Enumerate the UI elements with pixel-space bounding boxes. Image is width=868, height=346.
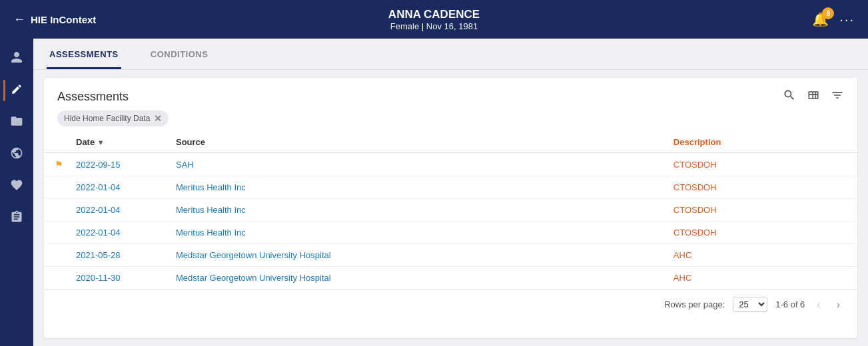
tabs-bar: ASSESSMENTS CONDITIONS bbox=[33, 39, 868, 70]
table-row: 2022-01-04Meritus Health IncCTOSDOH bbox=[44, 222, 857, 244]
description-cell: CTOSDOH bbox=[663, 153, 857, 176]
description-cell: AHC bbox=[663, 267, 857, 289]
sidebar-item-edit[interactable] bbox=[3, 77, 30, 104]
source-cell[interactable]: Meritus Health Inc bbox=[165, 176, 663, 199]
sidebar-item-folder[interactable] bbox=[3, 109, 30, 136]
flag-cell bbox=[44, 267, 65, 289]
tab-assessments[interactable]: ASSESSMENTS bbox=[47, 39, 121, 69]
filter-chip-home-facility: Hide Home Facility Data ✕ bbox=[57, 110, 169, 126]
flag-cell bbox=[44, 222, 65, 244]
prev-page-button[interactable]: ‹ bbox=[813, 297, 824, 312]
source-cell[interactable]: Meritus Health Inc bbox=[165, 199, 663, 222]
table-row: 2022-01-04Meritus Health IncCTOSDOH bbox=[44, 199, 857, 222]
patient-name: ANNA CADENCE bbox=[388, 8, 480, 21]
more-menu-button[interactable]: ··· bbox=[839, 12, 855, 27]
sidebar bbox=[0, 39, 33, 346]
user-icon bbox=[10, 51, 23, 67]
table-body: ⚑2022-09-15SAHCTOSDOH2022-01-04Meritus H… bbox=[44, 153, 857, 289]
patient-info: ANNA CADENCE Female | Nov 16, 1981 bbox=[388, 8, 480, 31]
col-header-description: Description bbox=[663, 132, 857, 153]
chip-close-button[interactable]: ✕ bbox=[154, 113, 162, 124]
sidebar-item-heart[interactable] bbox=[3, 173, 30, 200]
description-cell: CTOSDOH bbox=[663, 222, 857, 244]
top-header: ← HIE InContext ANNA CADENCE Female | No… bbox=[0, 0, 868, 39]
date-cell[interactable]: 2022-01-04 bbox=[65, 222, 165, 244]
flag-cell: ⚑ bbox=[44, 153, 65, 176]
source-cell[interactable]: SAH bbox=[165, 153, 663, 176]
col-header-date[interactable]: Date ▼ bbox=[65, 132, 165, 153]
patient-dob: Female | Nov 16, 1981 bbox=[388, 21, 480, 31]
folder-icon bbox=[10, 114, 23, 130]
date-cell[interactable]: 2022-01-04 bbox=[65, 199, 165, 222]
description-cell: CTOSDOH bbox=[663, 199, 857, 222]
search-icon[interactable] bbox=[783, 88, 796, 105]
header-right: 🔔 8 ··· bbox=[812, 11, 855, 27]
main-layout: ASSESSMENTS CONDITIONS Assessments bbox=[0, 39, 868, 346]
date-cell[interactable]: 2020-11-30 bbox=[65, 267, 165, 289]
globe-icon bbox=[10, 146, 23, 162]
rows-per-page-label: Rows per page: bbox=[664, 299, 725, 309]
filter-icon[interactable] bbox=[831, 88, 844, 105]
table-header: Date ▼ Source Description bbox=[44, 132, 857, 153]
table-row: 2020-11-30Medstar Georgetown University … bbox=[44, 267, 857, 289]
tab-conditions[interactable]: CONDITIONS bbox=[148, 39, 211, 69]
heart-icon bbox=[10, 178, 23, 194]
description-cell: CTOSDOH bbox=[663, 176, 857, 199]
next-page-button[interactable]: › bbox=[833, 297, 844, 312]
date-cell[interactable]: 2022-09-15 bbox=[65, 153, 165, 176]
pagination: Rows per page: 25 50 100 1-6 of 6 ‹ › bbox=[44, 289, 857, 319]
source-cell[interactable]: Medstar Georgetown University Hospital bbox=[165, 244, 663, 267]
notification-badge: 8 bbox=[822, 7, 834, 19]
sort-arrow-icon: ▼ bbox=[97, 138, 105, 146]
rows-per-page-select[interactable]: 25 50 100 bbox=[733, 297, 767, 312]
table-top: Assessments bbox=[44, 78, 857, 110]
back-button[interactable]: ← HIE InContext bbox=[13, 13, 96, 27]
filter-chips: Hide Home Facility Data ✕ bbox=[44, 110, 857, 132]
app-title: HIE InContext bbox=[31, 14, 96, 25]
table-title: Assessments bbox=[57, 90, 129, 104]
date-cell[interactable]: 2021-05-28 bbox=[65, 244, 165, 267]
flag-cell bbox=[44, 244, 65, 267]
page-info: 1-6 of 6 bbox=[775, 299, 805, 309]
date-cell[interactable]: 2022-01-04 bbox=[65, 176, 165, 199]
flag-cell bbox=[44, 199, 65, 222]
col-header-source: Source bbox=[165, 132, 663, 153]
sidebar-item-globe[interactable] bbox=[3, 141, 30, 168]
back-arrow-icon: ← bbox=[13, 13, 25, 27]
table-row: 2021-05-28Medstar Georgetown University … bbox=[44, 244, 857, 267]
edit-icon bbox=[11, 83, 23, 98]
flag-icon: ⚑ bbox=[55, 159, 63, 170]
notification-bell[interactable]: 🔔 8 bbox=[812, 11, 829, 27]
table-row: 2022-01-04Meritus Health IncCTOSDOH bbox=[44, 176, 857, 199]
assessments-table: Date ▼ Source Description ⚑2022-09-15SAH… bbox=[44, 132, 857, 289]
source-cell[interactable]: Medstar Georgetown University Hospital bbox=[165, 267, 663, 289]
source-cell[interactable]: Meritus Health Inc bbox=[165, 222, 663, 244]
columns-icon[interactable] bbox=[807, 88, 820, 105]
table-actions bbox=[783, 88, 844, 105]
clipboard-icon bbox=[10, 210, 23, 226]
chip-label: Hide Home Facility Data bbox=[64, 114, 150, 123]
sidebar-item-clipboard[interactable] bbox=[3, 205, 30, 232]
sidebar-item-user[interactable] bbox=[3, 45, 30, 72]
content-area: ASSESSMENTS CONDITIONS Assessments bbox=[33, 39, 868, 346]
col-header-flag bbox=[44, 132, 65, 153]
table-row: ⚑2022-09-15SAHCTOSDOH bbox=[44, 153, 857, 176]
flag-cell bbox=[44, 176, 65, 199]
table-container: Assessments bbox=[44, 78, 857, 338]
rows-per-page-control: 25 50 100 bbox=[733, 297, 767, 312]
description-cell: AHC bbox=[663, 244, 857, 267]
